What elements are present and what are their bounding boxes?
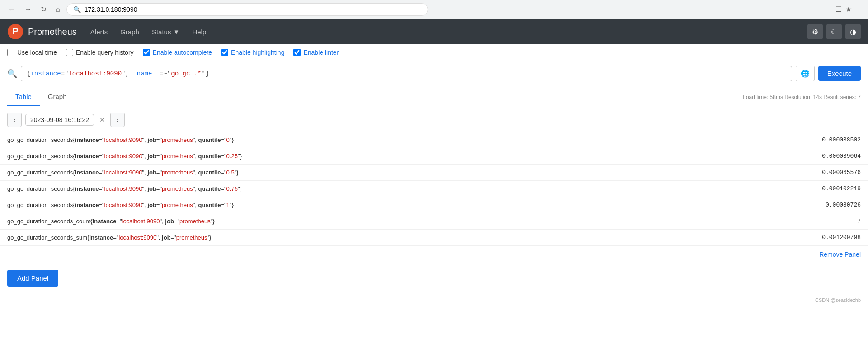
add-panel-button[interactable]: Add Panel xyxy=(7,270,58,287)
metric-cell: go_gc_duration_seconds{instance="localho… xyxy=(0,181,715,197)
query-search-icon: 🔍 xyxy=(7,69,17,79)
metric-cell: go_gc_duration_seconds{instance="localho… xyxy=(0,165,715,181)
home-button[interactable]: ⌂ xyxy=(53,4,63,15)
query-input-display[interactable]: {instance="localhost:9090",__name__=~"go… xyxy=(21,66,792,81)
controls-bar: ‹ 2023-09-08 16:16:22 ✕ › xyxy=(0,108,868,132)
table-row: go_gc_duration_seconds{instance="localho… xyxy=(0,181,868,197)
query-bar: 🔍 {instance="localhost:9090",__name__=~"… xyxy=(0,61,868,86)
browser-actions: ☰ ★ ⋮ xyxy=(835,5,863,14)
label-key: quantile xyxy=(198,185,221,192)
autocomplete-checkbox[interactable]: Enable autocomplete xyxy=(143,49,212,56)
nav-graph[interactable]: Graph xyxy=(114,19,146,44)
svg-text:P: P xyxy=(12,26,18,36)
table-row: go_gc_duration_seconds{instance="localho… xyxy=(0,165,868,181)
remove-panel-link[interactable]: Remove Panel xyxy=(819,251,861,258)
label-eq: =" xyxy=(156,136,162,143)
label-val: prometheus xyxy=(162,153,193,160)
nav-right-icons: ⚙ ☾ ◑ xyxy=(807,24,861,39)
clear-datetime-button[interactable]: ✕ xyxy=(98,116,107,123)
panel-footer: Remove Panel xyxy=(0,246,868,263)
query-history-input[interactable] xyxy=(66,49,73,56)
address-bar: 🔍 xyxy=(66,3,428,16)
reload-button[interactable]: ↻ xyxy=(38,3,49,15)
browser-chrome: ← → ↻ ⌂ 🔍 ☰ ★ ⋮ xyxy=(0,0,868,19)
highlighting-input[interactable] xyxy=(221,49,228,56)
query-key-instance: instance xyxy=(30,70,61,77)
metric-cell: go_gc_duration_seconds{instance="localho… xyxy=(0,148,715,165)
logo-text: Prometheus xyxy=(28,27,77,37)
add-panel-section: Add Panel xyxy=(0,263,868,294)
value-cell: 0.000102219 xyxy=(715,181,868,197)
metric-cell: go_gc_duration_seconds_count{instance="l… xyxy=(0,213,715,230)
autocomplete-input[interactable] xyxy=(143,49,150,56)
query-op-close-quote1: ", xyxy=(122,70,129,77)
metric-cell: go_gc_duration_seconds_sum{instance="loc… xyxy=(0,230,715,246)
prev-time-button[interactable]: ‹ xyxy=(7,113,22,127)
label-eq: =" xyxy=(99,185,104,192)
table-row: go_gc_duration_seconds_count{instance="l… xyxy=(0,213,868,230)
query-close-brace: } xyxy=(205,70,209,77)
query-op-eq: =" xyxy=(61,70,69,77)
label-eq: =" xyxy=(99,153,104,160)
contrast-button[interactable]: ◑ xyxy=(845,24,861,39)
query-op-close-quote2: " xyxy=(202,70,205,77)
nav-links: Alerts Graph Status ▼ Help xyxy=(84,19,807,44)
metric-name-text: go_gc_duration_seconds xyxy=(7,153,73,160)
bookmark-icon[interactable]: ★ xyxy=(845,5,852,14)
results-meta-bar: Table Graph Load time: 58ms Resolution: … xyxy=(0,86,868,108)
metric-name-text: go_gc_duration_seconds xyxy=(7,185,73,192)
metric-cell: go_gc_duration_seconds{instance="localho… xyxy=(0,132,715,148)
use-local-time-checkbox[interactable]: Use local time xyxy=(7,49,57,56)
label-val: 0.75 xyxy=(226,185,238,192)
label-val: prometheus xyxy=(162,136,193,143)
label-close-brace: } xyxy=(231,202,233,208)
nav-status[interactable]: Status ▼ xyxy=(146,19,186,44)
label-val: prometheus xyxy=(179,218,211,225)
value-cell: 0.000039064 xyxy=(715,148,868,165)
label-eq: =" xyxy=(116,218,122,225)
query-globe-button[interactable]: 🌐 xyxy=(796,66,815,81)
tab-group: Table Graph xyxy=(7,88,75,106)
label-eq: =" xyxy=(221,202,226,208)
dark-mode-button[interactable]: ☾ xyxy=(826,24,842,39)
results-table: go_gc_duration_seconds{instance="localho… xyxy=(0,132,868,246)
linter-checkbox[interactable]: Enable linter xyxy=(293,49,339,56)
label-val: localhost:9090 xyxy=(104,202,142,208)
forward-button[interactable]: → xyxy=(22,4,34,15)
label-eq: =" xyxy=(171,234,176,241)
extensions-icon[interactable]: ☰ xyxy=(835,5,842,14)
highlighting-checkbox[interactable]: Enable highlighting xyxy=(221,49,284,56)
label-close-brace: } xyxy=(212,218,214,225)
label-comma: , xyxy=(195,169,198,176)
tab-table[interactable]: Table xyxy=(7,88,40,106)
linter-input[interactable] xyxy=(293,49,301,56)
label-key: quantile xyxy=(198,136,221,143)
label-eq: =" xyxy=(174,218,179,225)
address-input[interactable] xyxy=(85,6,421,13)
tab-graph[interactable]: Graph xyxy=(40,88,75,106)
menu-icon[interactable]: ⋮ xyxy=(855,5,863,14)
nav-alerts[interactable]: Alerts xyxy=(84,19,114,44)
label-close-brace: } xyxy=(236,169,238,176)
next-time-button[interactable]: › xyxy=(110,113,125,127)
back-button[interactable]: ← xyxy=(5,4,18,15)
nav-help[interactable]: Help xyxy=(186,19,212,44)
metric-name-text: go_gc_duration_seconds_sum xyxy=(7,234,87,241)
label-comma: , xyxy=(159,234,162,241)
label-eq: =" xyxy=(221,185,226,192)
label-key: instance xyxy=(75,185,99,192)
label-close-brace: } xyxy=(231,136,233,143)
settings-icon-button[interactable]: ⚙ xyxy=(807,24,823,39)
label-key: job xyxy=(147,185,156,192)
search-icon: 🔍 xyxy=(73,6,81,13)
label-val: prometheus xyxy=(176,234,208,241)
label-key: job xyxy=(147,169,156,176)
use-local-time-input[interactable] xyxy=(7,49,14,56)
query-op-regex: =~" xyxy=(160,70,171,77)
label-close-brace: } xyxy=(240,185,242,192)
execute-button[interactable]: Execute xyxy=(818,66,861,81)
label-eq: =" xyxy=(99,136,104,143)
top-navigation: P Prometheus Alerts Graph Status ▼ Help … xyxy=(0,19,868,44)
query-history-checkbox[interactable]: Enable query history xyxy=(66,49,134,56)
metric-name-text: go_gc_duration_seconds xyxy=(7,202,73,208)
